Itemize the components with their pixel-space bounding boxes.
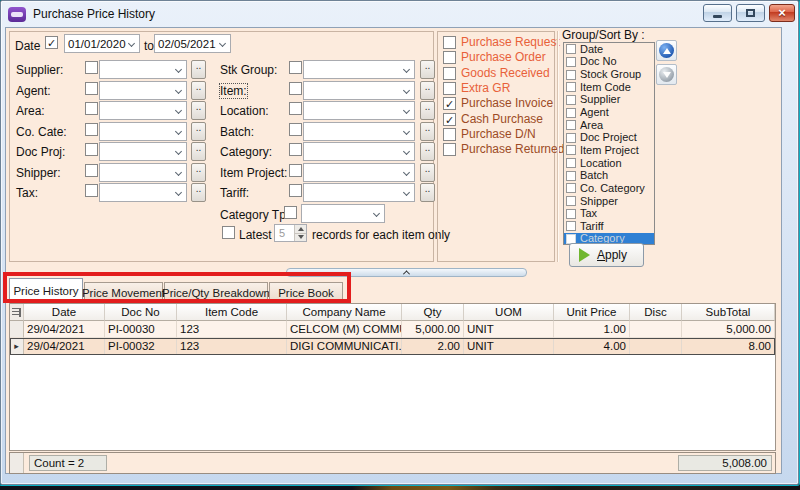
- filter-checkbox-item[interactable]: [289, 82, 302, 95]
- move-up-button[interactable]: [656, 40, 677, 61]
- filter-lookup-button-doc-proj[interactable]: ..: [191, 142, 206, 161]
- move-down-button[interactable]: [656, 64, 677, 85]
- filter-combobox-batch[interactable]: [303, 122, 415, 141]
- column-header-uom[interactable]: UOM: [464, 304, 554, 321]
- filter-checkbox-item-project[interactable]: [289, 164, 302, 177]
- group-sort-item-doc-no[interactable]: Doc No: [564, 56, 654, 69]
- filter-lookup-button-co-cate[interactable]: ..: [191, 122, 206, 141]
- filter-checkbox-supplier[interactable]: [85, 61, 98, 74]
- doc-type-checkbox[interactable]: [443, 67, 456, 80]
- column-header-qty[interactable]: Qty: [402, 304, 464, 321]
- filter-combobox-item[interactable]: [303, 81, 415, 100]
- group-sort-item-doc-project[interactable]: Doc Project: [564, 131, 654, 144]
- group-sort-checkbox[interactable]: [566, 95, 576, 105]
- close-button[interactable]: ×: [769, 4, 795, 22]
- doc-type-checkbox[interactable]: ✓: [443, 97, 456, 110]
- group-sort-item-shipper[interactable]: Shipper: [564, 195, 654, 208]
- collapse-splitter[interactable]: [286, 268, 527, 277]
- doc-type-purchase-returned[interactable]: Purchase Returned: [443, 142, 564, 156]
- minimize-button[interactable]: [703, 4, 732, 22]
- group-sort-item-agent[interactable]: Agent: [564, 106, 654, 119]
- apply-button[interactable]: Apply: [569, 243, 644, 267]
- filter-lookup-button-shipper[interactable]: ..: [191, 163, 206, 182]
- group-sort-checkbox[interactable]: [566, 133, 576, 143]
- tab-price-history[interactable]: Price History: [9, 278, 83, 303]
- doc-type-purchase-invoice[interactable]: ✓Purchase Invoice: [443, 96, 553, 110]
- group-sort-item-co-category[interactable]: Co. Category: [564, 182, 654, 195]
- filter-combobox-category[interactable]: [303, 142, 415, 161]
- filter-lookup-button-item[interactable]: ..: [420, 81, 435, 100]
- doc-type-goods-received[interactable]: Goods Received: [443, 66, 550, 80]
- filter-checkbox-tax[interactable]: [85, 184, 98, 197]
- doc-type-extra-gr[interactable]: Extra GR: [443, 81, 510, 95]
- filter-combobox-item-project[interactable]: [303, 163, 415, 182]
- group-sort-checkbox[interactable]: [566, 70, 576, 80]
- latest-checkbox[interactable]: [222, 226, 235, 239]
- doc-type-checkbox[interactable]: [443, 143, 456, 156]
- filter-combobox-tariff[interactable]: [303, 183, 415, 202]
- filter-checkbox-area[interactable]: [85, 102, 98, 115]
- doc-type-purchase-d-n[interactable]: Purchase D/N: [443, 127, 536, 141]
- filter-lookup-button-stk-group[interactable]: ..: [420, 60, 435, 79]
- category-tpl-checkbox[interactable]: [284, 206, 297, 219]
- filter-checkbox-stk-group[interactable]: [289, 61, 302, 74]
- doc-type-purchase-request[interactable]: Purchase Request: [443, 35, 560, 49]
- filter-lookup-button-category[interactable]: ..: [420, 142, 435, 161]
- table-row[interactable]: ▸29/04/2021PI-00032123DIGI COMMUNICATI..…: [10, 338, 775, 355]
- restore-button[interactable]: [736, 4, 765, 22]
- column-header-unit-price[interactable]: Unit Price: [554, 304, 630, 321]
- filter-checkbox-co-cate[interactable]: [85, 123, 98, 136]
- group-sort-checkbox[interactable]: [566, 145, 576, 155]
- group-sort-checkbox[interactable]: [566, 44, 576, 54]
- group-sort-item-stock-group[interactable]: Stock Group: [564, 68, 654, 81]
- group-sort-checkbox[interactable]: [566, 209, 576, 219]
- filter-checkbox-shipper[interactable]: [85, 164, 98, 177]
- filter-lookup-button-batch[interactable]: ..: [420, 122, 435, 141]
- group-sort-checkbox[interactable]: [566, 171, 576, 181]
- doc-type-checkbox[interactable]: [443, 36, 456, 49]
- doc-type-purchase-order[interactable]: Purchase Order: [443, 50, 546, 64]
- date-from-combobox[interactable]: 01/01/2020: [64, 34, 140, 53]
- filter-lookup-button-agent[interactable]: ..: [191, 81, 206, 100]
- group-sort-checkbox[interactable]: [566, 183, 576, 193]
- group-sort-item-area[interactable]: Area: [564, 119, 654, 132]
- tab-price-movement[interactable]: Price Movement: [84, 282, 163, 303]
- date-checkbox[interactable]: ✓: [45, 36, 58, 49]
- table-row[interactable]: 29/04/2021PI-00030123CELCOM (M) COMMU...…: [10, 321, 775, 338]
- category-tpl-combobox[interactable]: [301, 204, 385, 223]
- filter-lookup-button-area[interactable]: ..: [191, 101, 206, 120]
- tab-price-book[interactable]: Price Book: [269, 282, 343, 303]
- group-sort-item-tax[interactable]: Tax: [564, 207, 654, 220]
- filter-lookup-button-location[interactable]: ..: [420, 101, 435, 120]
- filter-combobox-agent[interactable]: [99, 81, 187, 100]
- filter-checkbox-agent[interactable]: [85, 82, 98, 95]
- group-sort-item-item-code[interactable]: Item Code: [564, 81, 654, 94]
- doc-type-checkbox[interactable]: [443, 51, 456, 64]
- group-sort-item-date[interactable]: Date: [564, 43, 654, 56]
- filter-checkbox-batch[interactable]: [289, 123, 302, 136]
- group-sort-item-item-project[interactable]: Item Project: [564, 144, 654, 157]
- doc-type-checkbox[interactable]: ✓: [443, 113, 456, 126]
- column-header-date[interactable]: Date: [24, 304, 105, 321]
- filter-combobox-doc-proj[interactable]: [99, 142, 187, 161]
- group-sort-checkbox[interactable]: [566, 57, 576, 67]
- filter-lookup-button-supplier[interactable]: ..: [191, 60, 206, 79]
- filter-combobox-stk-group[interactable]: [303, 60, 415, 79]
- filter-checkbox-category[interactable]: [289, 143, 302, 156]
- tab-price-qty-breakdown[interactable]: Price/Qty Breakdown: [164, 282, 268, 303]
- filter-combobox-co-cate[interactable]: [99, 122, 187, 141]
- group-sort-checkbox[interactable]: [566, 120, 576, 130]
- filter-lookup-button-tariff[interactable]: ..: [420, 183, 435, 202]
- column-header-disc[interactable]: Disc: [630, 304, 682, 321]
- column-header-item-code[interactable]: Item Code: [177, 304, 287, 321]
- group-sort-checkbox[interactable]: [566, 108, 576, 118]
- filter-checkbox-location[interactable]: [289, 102, 302, 115]
- group-sort-checkbox[interactable]: [566, 82, 576, 92]
- latest-count-spinner[interactable]: 5: [274, 224, 307, 242]
- filter-combobox-shipper[interactable]: [99, 163, 187, 182]
- column-header-doc-no[interactable]: Doc No: [105, 304, 177, 321]
- column-header-company-name[interactable]: Company Name: [287, 304, 402, 321]
- filter-combobox-area[interactable]: [99, 101, 187, 120]
- doc-type-checkbox[interactable]: [443, 128, 456, 141]
- group-sort-checkbox[interactable]: [566, 196, 576, 206]
